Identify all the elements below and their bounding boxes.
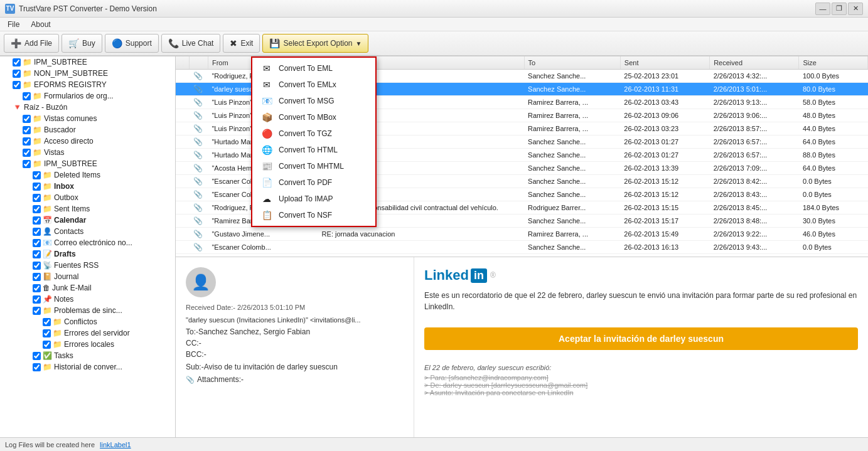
folder-checkbox-vistas[interactable] xyxy=(23,115,31,123)
row-flag xyxy=(176,162,190,175)
sidebar-item-vistas2[interactable]: 📁Vistas xyxy=(0,147,175,158)
sidebar-item-rss[interactable]: 📡Fuentes RSS xyxy=(0,260,175,271)
sidebar-item-outbox[interactable]: 📁Outbox xyxy=(0,192,175,203)
dropdown-item-nsf[interactable]: 📋Convert To NSF xyxy=(252,207,375,223)
folder-checkbox-historial[interactable] xyxy=(33,363,41,371)
sidebar-item-drafts[interactable]: 📝Drafts xyxy=(0,248,175,260)
sidebar-item-calendar[interactable]: 📅Calendar xyxy=(0,215,175,226)
minimize-button[interactable]: — xyxy=(815,3,830,15)
sidebar-item-vistas[interactable]: 📁Vistas comunes xyxy=(0,113,175,124)
folder-checkbox-errores2[interactable] xyxy=(43,341,51,349)
sidebar-item-junk[interactable]: 🗑Junk E-Mail xyxy=(0,282,175,294)
linkedin-registered: ® xyxy=(490,271,496,280)
sidebar-item-non_ipm[interactable]: 📁NON_IPM_SUBTREE xyxy=(0,68,175,79)
sidebar-item-buscador[interactable]: 📁Buscador xyxy=(0,124,175,135)
row-attach: 📎 xyxy=(190,70,208,83)
add-file-button[interactable]: ➕ Add File xyxy=(4,34,59,53)
folder-checkbox-deleted[interactable] xyxy=(33,171,41,179)
folder-checkbox-notes[interactable] xyxy=(33,295,41,304)
sidebar-item-ipm[interactable]: 📁IPM_SUBTREE xyxy=(0,56,175,68)
sidebar-item-correo[interactable]: 📧Correo electrónico no... xyxy=(0,237,175,248)
folder-checkbox-conflictos[interactable] xyxy=(43,318,51,326)
exit-button[interactable]: ✖ Exit xyxy=(223,34,260,53)
support-button[interactable]: 🔵 Support xyxy=(105,34,159,53)
row-from: "Gustavo Jimene... xyxy=(208,228,318,241)
folder-label-tasks: Tasks xyxy=(54,351,73,360)
folder-checkbox-errores[interactable] xyxy=(43,329,51,337)
add-file-icon: ➕ xyxy=(11,38,21,48)
link-label[interactable]: linkLabel1 xyxy=(100,441,131,448)
folder-checkbox-journal[interactable] xyxy=(33,273,41,281)
select-export-option-button[interactable]: 💾 Select Export Option ▼ xyxy=(262,34,368,53)
buy-button[interactable]: 🛒 Buy xyxy=(62,34,102,53)
row-from: "Escaner Colomb... xyxy=(208,241,318,254)
sidebar-item-problemas[interactable]: 📁Problemas de sinc... xyxy=(0,305,175,316)
sidebar-item-sentitems[interactable]: 📁Sent Items xyxy=(0,203,175,215)
sidebar-item-historial[interactable]: 📁Historial de conver... xyxy=(0,361,175,373)
sidebar-item-conflictos[interactable]: 📁Conflictos xyxy=(0,316,175,327)
sidebar-item-tasks[interactable]: ✅Tasks xyxy=(0,350,175,361)
row-size: 88.0 Bytes xyxy=(799,149,868,162)
table-row[interactable]: 📎"Escaner Colomb...Sanchez Sanche...26-0… xyxy=(176,241,868,254)
folder-checkbox-non_ipm[interactable] xyxy=(13,70,21,78)
folder-label-acceso: Acceso directo xyxy=(44,137,94,146)
row-attach: 📎 xyxy=(190,175,208,188)
folder-checkbox-drafts[interactable] xyxy=(33,250,41,258)
folder-checkbox-inbox[interactable] xyxy=(33,183,41,191)
preview-body-line2: > Para: [sfsanchez@indracompany.com] xyxy=(424,374,858,381)
folder-checkbox-rss[interactable] xyxy=(33,262,41,270)
row-attach: 📎 xyxy=(190,201,208,215)
folder-checkbox-ipm[interactable] xyxy=(13,58,21,66)
menu-file[interactable]: File xyxy=(3,19,24,30)
sidebar-item-raiz[interactable]: 🔻Raíz - Buzón xyxy=(0,102,175,113)
row-to: Sanchez Sanche... xyxy=(524,188,620,201)
table-row[interactable]: 📎"Gustavo Jimene...RE: jornada vacunacio… xyxy=(176,228,868,241)
sidebar-item-errores2[interactable]: 📁Errores locales xyxy=(0,339,175,350)
dropdown-item-mhtml[interactable]: 📰Convert To MHTML xyxy=(252,158,375,174)
sidebar-item-formularios[interactable]: 📁Formularios de org... xyxy=(0,90,175,102)
sidebar-item-acceso[interactable]: 📁Acceso directo xyxy=(0,135,175,147)
sidebar-item-deleted[interactable]: 📁Deleted Items xyxy=(0,169,175,181)
menu-about[interactable]: About xyxy=(26,19,55,30)
folder-tree-panel: 📁IPM_SUBTREE📁NON_IPM_SUBTREE📁EFORMS REGI… xyxy=(0,56,176,437)
accept-invitation-button[interactable]: Aceptar la invitación de darley suescun xyxy=(424,327,858,350)
folder-checkbox-correo[interactable] xyxy=(33,239,41,247)
dropdown-item-imap[interactable]: ☁Upload To IMAP xyxy=(252,191,375,207)
folder-checkbox-acceso[interactable] xyxy=(23,137,31,146)
maximize-button[interactable]: ❐ xyxy=(832,3,847,15)
dropdown-item-pdf[interactable]: 📄Convert To PDF xyxy=(252,174,375,191)
sidebar-item-ipm2[interactable]: 📁IPM_SUBTREE xyxy=(0,158,175,169)
dropdown-item-mbox[interactable]: 📦Convert To MBox xyxy=(252,109,375,125)
folder-checkbox-junk[interactable] xyxy=(33,284,41,292)
folder-checkbox-vistas2[interactable] xyxy=(23,149,31,157)
folder-checkbox-outbox[interactable] xyxy=(33,194,41,202)
sidebar-item-eforms[interactable]: 📁EFORMS REGISTRY xyxy=(0,79,175,90)
sidebar-item-inbox[interactable]: 📁Inbox xyxy=(0,181,175,192)
sidebar-item-notes[interactable]: 📌Notes xyxy=(0,294,175,305)
folder-checkbox-tasks[interactable] xyxy=(33,352,41,360)
sidebar-item-journal[interactable]: 📔Journal xyxy=(0,271,175,282)
preview-left: 👤 Received Date:- 2/26/2013 5:01:10 PM "… xyxy=(176,257,414,437)
dropdown-item-emlx[interactable]: ✉Convert To EMLx xyxy=(252,77,375,93)
select-export-label: Select Export Option xyxy=(283,39,352,48)
dropdown-item-msg[interactable]: 📧Convert To MSG xyxy=(252,93,375,109)
folder-checkbox-problemas[interactable] xyxy=(33,307,41,315)
folder-checkbox-buscador[interactable] xyxy=(23,126,31,134)
folder-checkbox-formularios[interactable] xyxy=(23,92,31,100)
preview-to: To:-Sanchez Sanchez, Sergio Fabian xyxy=(186,327,404,336)
folder-checkbox-calendar[interactable] xyxy=(33,216,41,225)
live-chat-button[interactable]: 📞 Live Chat xyxy=(161,34,221,53)
sender-avatar: 👤 xyxy=(186,267,216,297)
folder-checkbox-contacts[interactable] xyxy=(33,228,41,236)
sidebar-item-errores[interactable]: 📁Errores del servidor xyxy=(0,327,175,339)
folder-checkbox-eforms[interactable] xyxy=(13,81,21,89)
dropdown-item-eml[interactable]: ✉Convert To EML xyxy=(252,60,375,77)
row-received: 2/26/2013 9:22:... xyxy=(710,228,799,241)
preview-attachments-label: Attachments:- xyxy=(197,375,244,384)
dropdown-item-html[interactable]: 🌐Convert To HTML xyxy=(252,142,375,158)
close-button[interactable]: ✕ xyxy=(848,3,863,15)
dropdown-item-tgz[interactable]: 🔴Convert To TGZ xyxy=(252,125,375,142)
sidebar-item-contacts[interactable]: 👤Contacts xyxy=(0,226,175,237)
folder-checkbox-ipm2[interactable] xyxy=(23,160,31,168)
folder-checkbox-sentitems[interactable] xyxy=(33,205,41,213)
